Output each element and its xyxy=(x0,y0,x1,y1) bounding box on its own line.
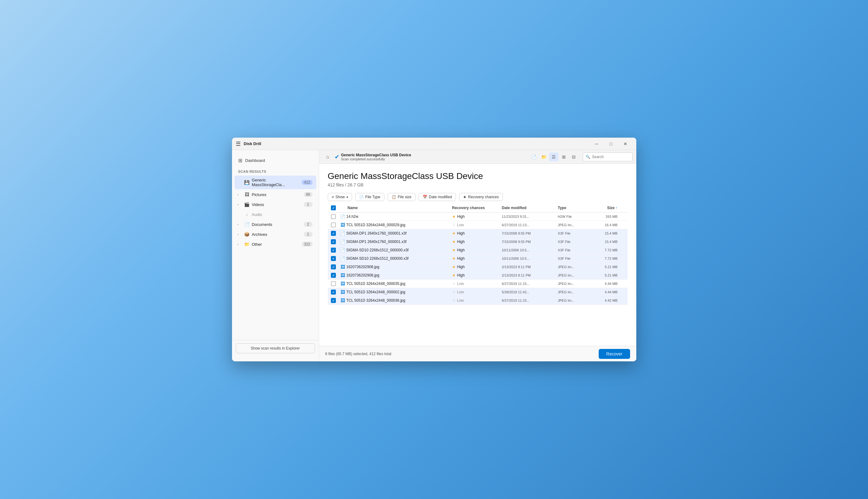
show-scan-results-button[interactable]: Show scan results in Explorer xyxy=(236,343,315,353)
recovery-star-icon: ★ xyxy=(452,248,456,252)
sidebar-item-videos[interactable]: › 🎬 Videos 1 xyxy=(235,200,316,209)
recovery-star-icon: ★ xyxy=(452,273,456,278)
row-checkbox[interactable] xyxy=(331,273,336,278)
file-type-label: JPEG Im... xyxy=(558,223,592,227)
file-size: 5.21 MB xyxy=(592,273,620,277)
view-file-btn[interactable]: 📄 xyxy=(529,153,539,161)
file-type-icon: 📄 xyxy=(339,248,346,253)
search-input[interactable] xyxy=(592,155,630,159)
table-row[interactable]: 📄 SIGMA DP1 2640x1760_000001.x3f ★ High … xyxy=(328,229,628,238)
file-type-label: X3F File xyxy=(558,240,592,244)
titlebar-controls: ─ □ ✕ xyxy=(590,139,633,149)
recover-button[interactable]: Recover xyxy=(599,349,630,359)
sidebar-documents-count: 2 xyxy=(304,222,312,227)
file-size-filter-button[interactable]: 📋 File size xyxy=(388,193,416,201)
close-button[interactable]: ✕ xyxy=(618,139,633,149)
row-checkbox[interactable] xyxy=(331,290,336,294)
documents-icon: 📄 xyxy=(244,222,250,227)
row-checkbox[interactable] xyxy=(331,222,336,228)
view-grid-btn[interactable]: ⊞ xyxy=(559,153,569,161)
table-row[interactable]: 🖼 TCL 5051D 3264x2448_000029.jpg ☆ Low 6… xyxy=(328,221,628,229)
file-size: 7.72 MB xyxy=(592,248,620,252)
home-button[interactable]: ⌂ xyxy=(323,152,333,162)
sidebar-item-pictures[interactable]: › 🖼 Pictures 86 xyxy=(235,190,316,199)
table-row[interactable]: 🖼 1620736202908.jpg ★ High 2/13/2023 8:1… xyxy=(328,263,628,271)
row-checkbox[interactable] xyxy=(331,281,336,286)
file-type-icon: 🖼 xyxy=(339,222,346,228)
statusbar: 8 files (65.7 MB) selected, 412 files to… xyxy=(319,346,636,361)
row-checkbox[interactable] xyxy=(331,265,336,269)
row-checkbox[interactable] xyxy=(331,298,336,303)
row-checkbox[interactable] xyxy=(331,256,336,261)
date-modified: 6/27/2019 11:15... xyxy=(502,282,558,285)
row-checkbox[interactable] xyxy=(331,248,336,253)
date-modified: 7/15/2008 9:55 PM xyxy=(502,240,558,244)
recovery-label: High xyxy=(457,256,465,261)
file-type-icon: 📄 xyxy=(339,239,346,244)
sidebar-footer: Show scan results in Explorer xyxy=(232,340,319,356)
file-name: TCL 5051D 3264x2448_000035.jpg xyxy=(346,281,452,286)
file-type-filter-button[interactable]: 📄 File Type xyxy=(355,193,384,201)
row-checkbox[interactable] xyxy=(331,239,336,244)
date-modified-filter-button[interactable]: 📅 Date modified xyxy=(419,193,456,201)
file-table: Name Recovery chances Date modified Type… xyxy=(328,205,628,346)
sidebar-item-dashboard[interactable]: ⊞ Dashboard xyxy=(232,155,319,166)
minimize-button[interactable]: ─ xyxy=(590,139,604,149)
table-row[interactable]: 📄 14.h2w ★ High 11/23/2023 9:31... H2W F… xyxy=(328,212,628,221)
table-row[interactable]: 🖼 TCL 5051D 3264x2448_000035.jpg ☆ Low 6… xyxy=(328,280,628,288)
recovery-chances: ★ High xyxy=(452,256,502,261)
recovery-chances: ★ High xyxy=(452,231,502,235)
file-type-icon: 📄 xyxy=(339,256,346,261)
table-row[interactable]: 📄 SIGMA SD10 2268x1512_000000.x3f ★ High… xyxy=(328,255,628,263)
sort-icon: ↑ xyxy=(616,206,618,210)
file-name: 14.h2w xyxy=(346,215,452,219)
hamburger-icon[interactable]: ☰ xyxy=(236,141,241,147)
view-folder-btn[interactable]: 📁 xyxy=(539,153,549,161)
row-checkbox[interactable] xyxy=(331,214,336,219)
table-row[interactable]: 📄 SIGMA DP1 2640x1760_000001.x3f ★ High … xyxy=(328,238,628,246)
file-type-label: JPEG Im... xyxy=(558,273,592,277)
header-type: Type xyxy=(558,206,592,210)
maximize-button[interactable]: □ xyxy=(604,139,618,149)
recovery-chances-label: Recovery chances xyxy=(468,195,499,199)
table-row[interactable]: 🖼 1620736202908.jpg ★ High 2/13/2023 8:1… xyxy=(328,271,628,280)
file-size: 15.4 MB xyxy=(592,240,620,244)
sidebar-item-documents[interactable]: › 📄 Documents 2 xyxy=(235,220,316,229)
table-row[interactable]: 🖼 TCL 5051D 3264x2448_000002.jpg ☆ Low 5… xyxy=(328,288,628,296)
recovery-chances: ★ High xyxy=(452,273,502,278)
sidebar-item-other[interactable]: › 📁 Other 322 xyxy=(235,240,316,249)
table-body[interactable]: 📄 14.h2w ★ High 11/23/2023 9:31... H2W F… xyxy=(328,212,628,346)
sidebar-item-device[interactable]: 💾 Generic MassStorageCla... 412 xyxy=(235,175,316,189)
recovery-label: Low xyxy=(457,281,464,286)
table-row[interactable]: 🖼 TCL 5051D 3264x2448_000036.jpg ☆ Low 6… xyxy=(328,296,628,305)
sidebar-device-count: 412 xyxy=(302,180,312,185)
search-box[interactable]: 🔍 xyxy=(583,153,633,161)
recovery-chances-filter-button[interactable]: ★ Recovery chances xyxy=(459,193,503,201)
recovery-chances: ★ High xyxy=(452,240,502,244)
row-checkbox[interactable] xyxy=(331,231,336,236)
recovery-star-icon: ★ xyxy=(452,231,456,235)
select-all-checkbox[interactable] xyxy=(331,205,336,210)
recovery-label: High xyxy=(457,231,465,235)
file-name: SIGMA SD10 2268x1512_000000.x3f xyxy=(346,256,452,261)
recovery-label: High xyxy=(457,273,465,278)
sidebar-pictures-count: 86 xyxy=(304,192,312,197)
view-list-btn[interactable]: ☰ xyxy=(549,153,559,161)
file-type-label: X3F File xyxy=(558,248,592,252)
app-title-label: Disk Drill xyxy=(244,142,261,146)
file-name: TCL 5051D 3264x2448_000036.jpg xyxy=(346,298,452,303)
table-row[interactable]: 📄 SIGMA SD10 2268x1512_000000.x3f ★ High… xyxy=(328,246,628,255)
show-filter-button[interactable]: ≡ Show ▾ xyxy=(328,193,352,201)
videos-icon: 🎬 xyxy=(244,202,250,207)
recovery-label: High xyxy=(457,248,465,252)
recovery-label: Low xyxy=(457,290,464,294)
file-size-label: File size xyxy=(398,195,412,199)
sidebar-item-archives[interactable]: › 📦 Archives 1 xyxy=(235,230,316,239)
sidebar-item-audio[interactable]: ♪ Audio xyxy=(235,210,316,219)
file-type-icon: 📄 xyxy=(359,195,364,199)
file-name: SIGMA SD10 2268x1512_000000.x3f xyxy=(346,248,452,252)
toolbar: ⌂ ✔ Generic MassStorageClass USB Device … xyxy=(319,150,636,164)
recovery-chances: ★ High xyxy=(452,265,502,269)
file-name: SIGMA DP1 2640x1760_000001.x3f xyxy=(346,240,452,244)
view-split-btn[interactable]: ⊟ xyxy=(569,153,579,161)
